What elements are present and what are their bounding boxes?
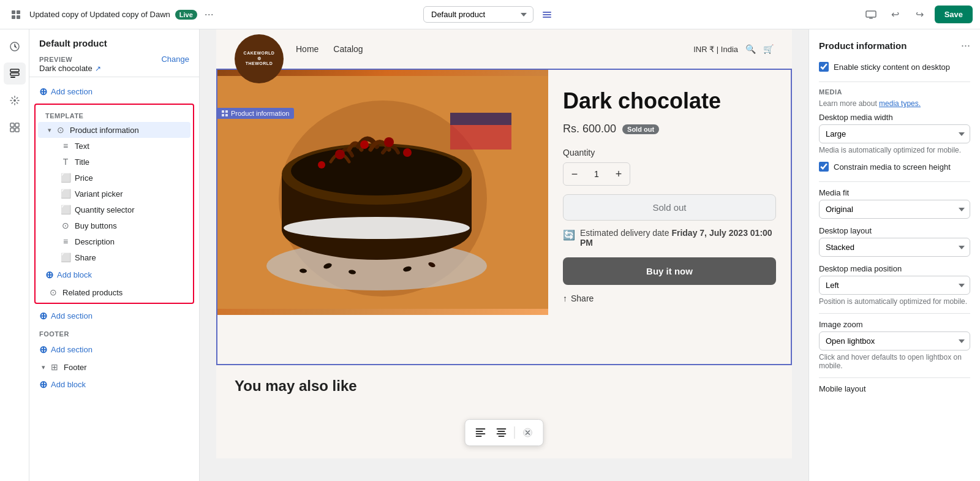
preview-row: PREVIEW Change bbox=[39, 55, 189, 64]
svg-rect-3 bbox=[17, 15, 20, 19]
tree-item-footer[interactable]: ▾ ⊞ Footer bbox=[32, 359, 197, 375]
share-row[interactable]: ↑ Share bbox=[563, 294, 776, 303]
toolbar-delete-icon[interactable] bbox=[519, 423, 537, 442]
mobile-layout-label: Mobile layout bbox=[819, 384, 970, 393]
delivery-icon: 🔄 bbox=[563, 229, 575, 241]
redo-icon[interactable]: ↪ bbox=[910, 5, 930, 25]
tree-item-description[interactable]: ≡ Description bbox=[38, 233, 190, 249]
quantity-decrease-btn[interactable]: − bbox=[564, 163, 586, 185]
back-icon[interactable] bbox=[7, 6, 24, 23]
product-name: Dark chocolate bbox=[563, 88, 776, 114]
expand-icon: ▾ bbox=[48, 126, 51, 134]
tree-item-variant-picker[interactable]: ⬜ Variant picker bbox=[38, 186, 190, 202]
media-fit-select[interactable]: OriginalCoverContain bbox=[819, 200, 970, 219]
also-like-section: You may also like bbox=[216, 365, 792, 407]
page-select[interactable]: Default product bbox=[423, 6, 533, 23]
price-row: Rs. 600.00 Sold out bbox=[563, 123, 776, 135]
tree-item-text[interactable]: ≡ Text bbox=[38, 138, 190, 154]
topbar-center: Default product bbox=[423, 5, 557, 25]
main-layout: Default product PREVIEW Change Dark choc… bbox=[0, 29, 980, 481]
add-section-above[interactable]: ⊕ Add section bbox=[29, 82, 199, 101]
store-header: CAKEWORLD⚙THEWORLD Home Catalog INR ₹ | … bbox=[216, 29, 792, 69]
tree-item-quantity-selector[interactable]: ⬜ Quantity selector bbox=[38, 202, 190, 218]
price-label: Price bbox=[75, 173, 93, 183]
sidebar-icon-sections[interactable] bbox=[4, 62, 26, 85]
svg-rect-11 bbox=[10, 73, 19, 75]
desktop-icon[interactable] bbox=[861, 5, 881, 25]
sold-out-button[interactable]: Sold out bbox=[563, 194, 776, 221]
topbar-title: Updated copy of Updated copy of Dawn bbox=[29, 10, 170, 19]
divider-1 bbox=[819, 81, 970, 82]
tree-item-product-information[interactable]: ▾ ⊙ Product information bbox=[38, 122, 190, 138]
svg-rect-19 bbox=[225, 110, 228, 113]
sidebar-icon-style[interactable] bbox=[4, 89, 26, 112]
toolbar-align-center-icon[interactable] bbox=[492, 423, 511, 442]
svg-rect-2 bbox=[12, 15, 15, 19]
media-types-link[interactable]: media types. bbox=[879, 99, 921, 108]
left-panel: Default product PREVIEW Change Dark choc… bbox=[29, 29, 200, 481]
svg-point-34 bbox=[318, 161, 325, 169]
product-price: Rs. 600.00 bbox=[563, 123, 616, 135]
currency-selector[interactable]: INR ₹ | India bbox=[693, 45, 738, 54]
sticky-label: Enable sticky content on desktop bbox=[834, 62, 950, 72]
svg-rect-41 bbox=[450, 113, 511, 125]
preview-value: Dark chocolate ↗ bbox=[39, 64, 189, 73]
topbar-more-icon[interactable]: ··· bbox=[202, 8, 216, 21]
svg-rect-45 bbox=[476, 436, 482, 437]
nav-catalog[interactable]: Catalog bbox=[333, 44, 363, 54]
buy-now-button[interactable]: Buy it now bbox=[563, 257, 776, 285]
preview-ext-icon: ↗ bbox=[95, 64, 101, 73]
add-block-row[interactable]: ⊕ Add block bbox=[36, 265, 193, 284]
quantity-icon: ⬜ bbox=[60, 205, 71, 214]
variant-picker-label: Variant picker bbox=[75, 189, 123, 199]
sidebar-icon-history[interactable] bbox=[4, 36, 26, 58]
tree-item-buy-buttons[interactable]: ⊙ Buy buttons bbox=[38, 218, 190, 233]
nav-home[interactable]: Home bbox=[296, 44, 318, 54]
quantity-increase-btn[interactable]: + bbox=[608, 163, 630, 185]
change-link[interactable]: Change bbox=[161, 55, 189, 64]
svg-rect-14 bbox=[10, 123, 14, 127]
svg-point-32 bbox=[384, 137, 394, 147]
constrain-media-row: Constrain media to screen height bbox=[819, 162, 970, 172]
text-label: Text bbox=[75, 142, 89, 151]
add-block-footer-row[interactable]: ⊕ Add block bbox=[29, 375, 199, 394]
desktop-width-select[interactable]: SmallMediumLarge bbox=[819, 124, 970, 143]
toolbar-separator bbox=[514, 426, 515, 439]
tree-item-share[interactable]: ⬜ Share bbox=[38, 249, 190, 265]
add-section-footer[interactable]: ⊕ Add section bbox=[29, 340, 199, 359]
right-panel-more-icon[interactable]: ··· bbox=[961, 39, 970, 52]
undo-icon[interactable]: ↩ bbox=[886, 5, 905, 25]
add-section-below[interactable]: ⊕ Add section bbox=[29, 306, 199, 325]
image-zoom-label: Image zoom bbox=[819, 320, 970, 329]
toolbar-align-left-icon[interactable] bbox=[472, 423, 490, 442]
sticky-content-row: Enable sticky content on desktop bbox=[819, 62, 970, 72]
store-nav: Home Catalog bbox=[296, 44, 363, 54]
add-section-below-plus-icon: ⊕ bbox=[39, 310, 47, 322]
svg-rect-16 bbox=[10, 128, 14, 132]
media-position-select[interactable]: LeftRight bbox=[819, 276, 970, 295]
constrain-label: Constrain media to screen height bbox=[834, 162, 951, 172]
add-block-plus-icon: ⊕ bbox=[45, 269, 53, 281]
text-icon: ≡ bbox=[60, 141, 71, 151]
sticky-checkbox[interactable] bbox=[819, 62, 829, 72]
panel-header: Default product PREVIEW Change Dark choc… bbox=[29, 29, 199, 77]
desktop-layout-select[interactable]: StackedColumns bbox=[819, 238, 970, 257]
customize-icon[interactable] bbox=[537, 5, 557, 25]
delivery-text: Estimated delivery date Friday 7, July 2… bbox=[580, 228, 776, 248]
tree-item-price[interactable]: ⬜ Price bbox=[38, 170, 190, 186]
image-zoom-select[interactable]: Open lightboxNone bbox=[819, 331, 970, 350]
search-icon[interactable]: 🔍 bbox=[745, 44, 756, 54]
svg-rect-8 bbox=[869, 18, 873, 19]
svg-rect-21 bbox=[225, 114, 228, 116]
save-button[interactable]: Save bbox=[935, 6, 973, 23]
description-label: Description bbox=[75, 237, 115, 246]
constrain-checkbox[interactable] bbox=[819, 162, 829, 172]
quantity-selector-label: Quantity selector bbox=[75, 205, 135, 214]
canvas-inner: CAKEWORLD⚙THEWORLD Home Catalog INR ₹ | … bbox=[216, 29, 792, 458]
sidebar-icon-apps[interactable] bbox=[4, 116, 26, 138]
tree-item-related-products[interactable]: ⊙ Related products bbox=[38, 284, 190, 300]
tree-item-title[interactable]: T Title bbox=[38, 154, 190, 170]
cart-icon[interactable]: 🛒 bbox=[763, 44, 774, 54]
footer-expand-icon: ▾ bbox=[42, 363, 45, 371]
product-info-badge[interactable]: Product information bbox=[216, 108, 294, 119]
